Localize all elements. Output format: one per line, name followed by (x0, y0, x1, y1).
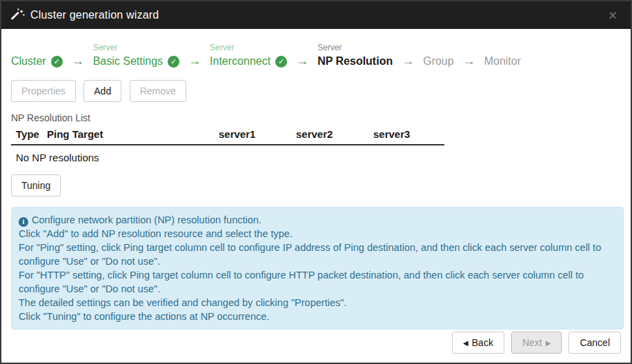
column-header-type: Type (11, 128, 42, 140)
step-label: Interconnect (210, 54, 270, 68)
dialog-body: Cluster ✓ → Server Basic Settings ✓ → Se… (1, 29, 631, 339)
info-text: Configure network partition (NP) resolut… (32, 214, 261, 225)
step-arrow-icon: → (463, 54, 475, 68)
info-line: iConfigure network partition (NP) resolu… (19, 213, 616, 227)
step-group-label: Server (93, 43, 179, 53)
step-group: Group (423, 53, 453, 68)
np-list-title: NP Resolution List (11, 112, 621, 123)
check-circle-icon: ✓ (168, 56, 179, 68)
remove-button[interactable]: Remove (130, 80, 186, 102)
step-arrow-icon: → (72, 54, 84, 68)
cluster-generation-wizard-dialog: Cluster generation wizard × Cluster ✓ → … (0, 0, 632, 364)
next-button-label: Next (522, 337, 542, 348)
back-button-label: Back (472, 337, 493, 348)
info-line: Click "Add" to add NP resolution resourc… (19, 227, 616, 241)
np-table-header: Type Ping Target server1 server2 server3 (11, 128, 444, 145)
step-arrow-icon: → (296, 54, 308, 68)
step-label: Basic Settings (93, 54, 163, 68)
column-header-server2: server2 (291, 128, 368, 140)
close-icon[interactable]: × (604, 7, 621, 23)
column-header-ping-target: Ping Target (42, 128, 214, 140)
step-monitor: Monitor (484, 53, 521, 68)
step-np-resolution: Server NP Resolution (317, 43, 393, 68)
next-button[interactable]: Next▶ (511, 332, 562, 354)
info-line: For "HTTP" setting, click Ping target co… (19, 268, 616, 296)
step-interconnect[interactable]: Server Interconnect ✓ (210, 43, 287, 68)
info-line: The detailed settings can be verified an… (19, 296, 616, 310)
info-box: iConfigure network partition (NP) resolu… (11, 207, 624, 330)
step-cluster[interactable]: Cluster ✓ (11, 53, 63, 68)
magic-wand-icon (11, 8, 25, 22)
cancel-button-label: Cancel (580, 337, 610, 348)
step-basic-settings[interactable]: Server Basic Settings ✓ (93, 43, 179, 68)
step-arrow-icon: → (402, 54, 414, 68)
step-label: Group (423, 54, 453, 68)
wizard-steps: Cluster ✓ → Server Basic Settings ✓ → Se… (11, 43, 621, 68)
step-label: Cluster (11, 54, 46, 68)
add-button[interactable]: Add (83, 80, 121, 102)
next-arrow-icon: ▶ (546, 339, 551, 347)
back-arrow-icon: ◀ (463, 339, 468, 347)
footer-buttons: ◀Back Next▶ Cancel (452, 332, 621, 354)
np-resolution-table: Type Ping Target server1 server2 server3… (11, 128, 444, 165)
window-title: Cluster generation wizard (30, 9, 159, 21)
step-label: NP Resolution (317, 54, 393, 68)
back-button[interactable]: ◀Back (452, 332, 504, 354)
column-header-server3: server3 (368, 128, 444, 140)
titlebar: Cluster generation wizard × (1, 1, 631, 29)
cancel-button[interactable]: Cancel (569, 332, 621, 354)
properties-button[interactable]: Properties (11, 80, 76, 102)
info-line: For "Ping" setting, click Ping target co… (19, 241, 616, 268)
step-group-label: Server (317, 43, 393, 53)
column-header-server1: server1 (214, 128, 291, 140)
step-group-label: Server (210, 43, 287, 53)
info-line: Click "Tuning" to configure the actions … (19, 310, 616, 323)
step-label: Monitor (484, 54, 521, 68)
info-icon: i (19, 217, 28, 227)
np-toolbar: Properties Add Remove (11, 80, 621, 102)
tuning-button[interactable]: Tuning (11, 174, 61, 196)
step-arrow-icon: → (188, 54, 201, 68)
check-circle-icon: ✓ (51, 56, 63, 68)
empty-list-message: No NP resolutions (11, 145, 444, 165)
check-circle-icon: ✓ (275, 56, 287, 68)
